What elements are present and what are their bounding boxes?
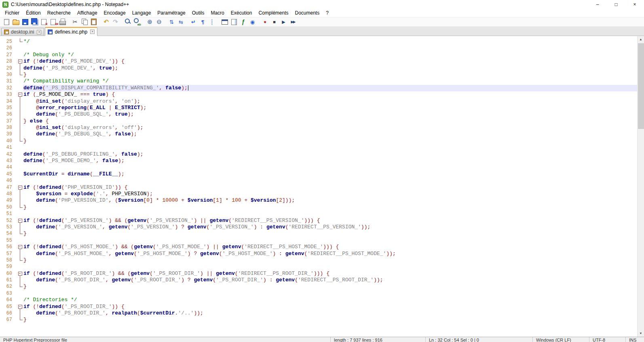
code-text[interactable]: define('_PS_DISPLAY_COMPATIBILITY_WARNIN…	[23, 85, 644, 91]
function-list-icon[interactable]	[239, 17, 248, 26]
code-text[interactable]: if (!defined('_PS_VERSION_') && (getenv(…	[23, 217, 644, 224]
code-text[interactable]: */	[23, 38, 644, 45]
playback-macro-icon[interactable]	[279, 17, 288, 26]
code-text[interactable]: if (!defined('_PS_HOST_MODE_') && (geten…	[23, 244, 644, 250]
close-icon[interactable]	[39, 17, 49, 26]
code-text[interactable]: define('_PS_MODE_DEV_', true);	[23, 65, 644, 72]
fold-collapse-icon[interactable]	[17, 91, 23, 98]
fold-collapse-icon[interactable]	[17, 217, 23, 224]
fold-collapse-icon[interactable]	[17, 58, 23, 65]
menu-item-macro[interactable]: Macro	[207, 9, 227, 17]
run-macro-multiple-icon[interactable]	[288, 17, 298, 26]
code-text[interactable]: }	[23, 257, 644, 264]
fold-collapse-icon[interactable]	[17, 270, 23, 277]
user-defined-dialog-icon[interactable]	[220, 17, 229, 26]
code-text[interactable]	[23, 144, 644, 151]
menu-item-ex-cution[interactable]: Exécution	[228, 9, 255, 17]
code-text[interactable]	[23, 264, 644, 270]
code-text[interactable]: }	[23, 230, 644, 237]
zoom-in-icon[interactable]	[145, 17, 154, 26]
code-text[interactable]: define('_PS_VERSION_', getenv('_PS_VERSI…	[23, 224, 644, 230]
redo-icon[interactable]	[111, 17, 120, 26]
save-icon[interactable]	[21, 17, 30, 26]
menu-item-dition[interactable]: Édition	[23, 9, 44, 17]
menu-item-outils[interactable]: Outils	[189, 9, 208, 17]
code-text[interactable]	[23, 290, 644, 297]
code-text[interactable]: define('PHP_VERSION_ID', ($version[0] * …	[23, 197, 644, 204]
code-text[interactable]: if (!defined('_PS_ROOT_DIR_') && (getenv…	[23, 270, 644, 277]
cut-icon[interactable]	[70, 17, 80, 26]
find-icon[interactable]	[123, 17, 133, 26]
code-text[interactable]: /* Directories */	[23, 297, 644, 303]
code-text[interactable]: define('_PS_DEBUG_PROFILING_', false);	[23, 151, 644, 158]
sync-vertical-scroll-icon[interactable]	[167, 17, 176, 26]
code-text[interactable]: if (!defined('PHP_VERSION_ID')) {	[23, 184, 644, 191]
code-text[interactable]: }	[23, 317, 644, 323]
code-text[interactable]: if (!defined('_PS_ROOT_DIR_')) {	[23, 304, 644, 310]
code-text[interactable]: if (!defined('_PS_MODE_DEV_')) {	[23, 58, 644, 65]
code-text[interactable]: define('_PS_DEBUG_SQL_', true);	[23, 111, 644, 118]
code-text[interactable]	[23, 211, 644, 217]
open-icon[interactable]	[11, 17, 21, 26]
scrollbar-thumb[interactable]	[638, 43, 644, 129]
menu-item-langage[interactable]: Langage	[129, 9, 154, 17]
replace-icon[interactable]	[133, 17, 142, 26]
tab-close-icon[interactable]: ×	[37, 30, 41, 34]
paste-icon[interactable]	[89, 17, 98, 26]
close-all-icon[interactable]	[49, 17, 58, 26]
menu-item-fichier[interactable]: Fichier	[2, 9, 23, 17]
code-text[interactable]	[23, 237, 644, 244]
code-text[interactable]: /* Debug only */	[23, 52, 644, 58]
code-text[interactable]	[23, 164, 644, 171]
status-encoding[interactable]: UTF-8	[589, 337, 626, 342]
status-insert-mode[interactable]: INS	[626, 337, 644, 342]
code-text[interactable]: $version = explode('.', PHP_VERSION);	[23, 191, 644, 197]
sync-horizontal-scroll-icon[interactable]	[176, 17, 186, 26]
code-text[interactable]: /* Compatibility warning */	[23, 78, 644, 84]
code-text[interactable]: @ini_set('display_errors', 'on');	[23, 98, 644, 105]
code-text[interactable]: define('_PS_ROOT_DIR_', getenv('_PS_ROOT…	[23, 277, 644, 283]
menu-item-param-trage[interactable]: Paramétrage	[154, 9, 188, 17]
code-text[interactable]: define('_PS_DEBUG_SQL_', false);	[23, 131, 644, 137]
code-text[interactable]: define('_PS_ROOT_DIR_', realpath($curren…	[23, 310, 644, 317]
monitoring-icon[interactable]	[248, 17, 257, 26]
code-text[interactable]: }	[23, 138, 644, 144]
fold-collapse-icon[interactable]	[17, 244, 23, 250]
fold-collapse-icon[interactable]	[17, 304, 23, 310]
save-all-icon[interactable]	[30, 17, 39, 26]
indent-guide-icon[interactable]	[207, 17, 217, 26]
show-all-characters-icon[interactable]	[198, 17, 207, 26]
document-map-icon[interactable]	[229, 17, 239, 26]
code-text[interactable]: define('_PS_MODE_DEMO_', false);	[23, 158, 644, 164]
menu-item-recherche[interactable]: Recherche	[44, 9, 74, 17]
maximize-button[interactable]: □	[607, 0, 625, 9]
tab-defines-inc-php[interactable]: defines.inc.php×	[45, 27, 97, 36]
code-text[interactable]	[23, 177, 644, 184]
menu-item-documents[interactable]: Documents	[291, 9, 323, 17]
vertical-scrollbar[interactable]: ▲ ▼	[637, 36, 644, 337]
status-eol-format[interactable]: Windows (CR LF)	[533, 337, 589, 342]
code-text[interactable]: @error_reporting(E_ALL | E_STRICT);	[23, 105, 644, 111]
undo-icon[interactable]	[101, 17, 111, 26]
code-text[interactable]: if (_PS_MODE_DEV_ === true) {	[23, 91, 644, 98]
code-text[interactable]: define('_PS_HOST_MODE_', getenv('_PS_HOS…	[23, 251, 644, 257]
minimize-button[interactable]: –	[588, 0, 607, 9]
menu-item-compl-ments[interactable]: Compléments	[255, 9, 291, 17]
code-text[interactable]: @ini_set('display_errors', 'off');	[23, 125, 644, 131]
menu-item-item[interactable]: ?	[323, 9, 332, 17]
menu-item-encodage[interactable]: Encodage	[101, 9, 129, 17]
close-button[interactable]: ×	[625, 0, 644, 9]
scroll-up-arrow[interactable]: ▲	[638, 36, 644, 43]
word-wrap-icon[interactable]	[189, 17, 198, 26]
record-macro-icon[interactable]	[260, 17, 270, 26]
code-text[interactable]	[23, 45, 644, 51]
code-text[interactable]: $currentDir = dirname(__FILE__);	[23, 171, 644, 177]
editor[interactable]: 25*/2627/* Debug only */28if (!defined('…	[0, 36, 644, 337]
code-text[interactable]: }	[23, 72, 644, 78]
tab-close-icon[interactable]: ×	[90, 30, 95, 34]
zoom-out-icon[interactable]	[154, 17, 164, 26]
menu-item-affichage[interactable]: Affichage	[74, 9, 101, 17]
stop-recording-icon[interactable]	[270, 17, 279, 26]
fold-collapse-icon[interactable]	[17, 184, 23, 191]
scroll-down-arrow[interactable]: ▼	[638, 330, 644, 337]
